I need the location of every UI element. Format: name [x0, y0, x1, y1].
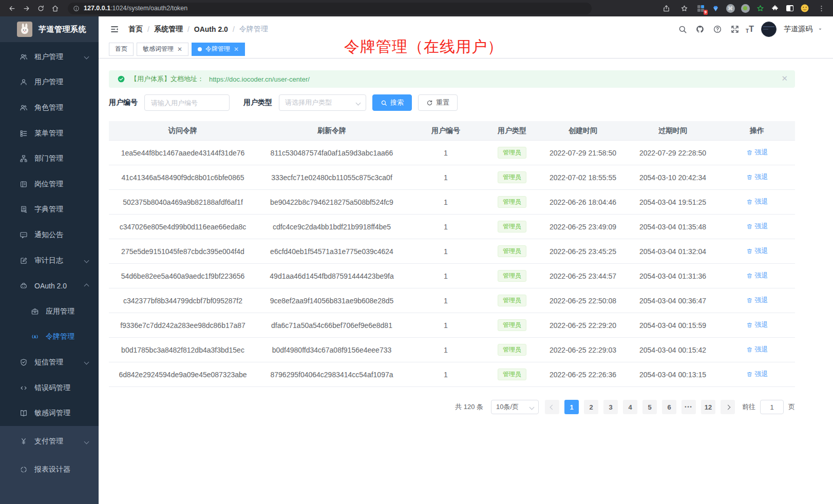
tab-token[interactable]: 令牌管理✕ — [192, 43, 245, 56]
tab-sensitive-word[interactable]: 敏感词管理✕ — [137, 43, 188, 56]
sidebar-item-dict[interactable]: 字典管理 — [0, 197, 99, 223]
action-cell: 强退 — [719, 172, 795, 182]
page-button-1[interactable]: 1 — [564, 400, 579, 414]
page-button-3[interactable]: 3 — [603, 400, 618, 414]
user-type-cell: 管理员 — [485, 369, 539, 380]
breadcrumb-item[interactable]: 首页 — [128, 25, 143, 34]
app-logo[interactable]: 芋道管理系统 — [0, 16, 99, 42]
github-button[interactable] — [693, 23, 707, 36]
sidebar-item-oauth2-token[interactable]: 令牌管理 — [0, 324, 99, 350]
expire-time-cell: 2054-03-04 00:15:59 — [627, 321, 719, 329]
force-logout-button[interactable]: 强退 — [746, 370, 768, 379]
tab-home[interactable]: 首页 — [109, 43, 134, 56]
fullscreen-button[interactable] — [728, 23, 742, 36]
page-button-4[interactable]: 4 — [623, 400, 637, 414]
browser-home-button[interactable] — [48, 2, 62, 14]
force-logout-button[interactable]: 强退 — [746, 271, 768, 280]
user-type-cell: 管理员 — [485, 147, 539, 159]
pagination-total: 共 120 条 — [455, 402, 483, 412]
reset-button[interactable]: 重置 — [418, 94, 458, 111]
extension-green-star-icon[interactable] — [755, 3, 765, 13]
sidebar-item-label: 令牌管理 — [46, 332, 74, 341]
user-id-cell: 1 — [407, 149, 485, 157]
extension-command-icon[interactable]: ⌘ — [725, 3, 735, 13]
next-page-button[interactable] — [721, 400, 735, 414]
column-header: 创建时间 — [539, 126, 627, 135]
table-row: 6d842e2924594de9a09e45e087323abe8796295f… — [109, 362, 795, 387]
force-logout-button[interactable]: 强退 — [746, 222, 768, 231]
url-bar[interactable]: 127.0.0.1:1024/system/oauth2/token — [68, 3, 592, 14]
search-button[interactable] — [676, 23, 689, 36]
user-id-cell: 1 — [407, 272, 485, 280]
breadcrumb-item: 令牌管理 — [239, 25, 268, 34]
breadcrumb-item[interactable]: 系统管理 — [154, 25, 183, 34]
user-id-input[interactable] — [144, 94, 230, 111]
sidebar-item-oauth2[interactable]: OAuth 2.0 — [0, 273, 99, 299]
sidebar-item-sensitive-word[interactable]: 敏感词管理 — [0, 400, 99, 426]
goto-suffix: 页 — [788, 402, 795, 412]
bookmark-star-button[interactable] — [677, 2, 691, 14]
help-button[interactable] — [711, 23, 724, 36]
user-name[interactable]: 芋道源码 — [784, 25, 812, 34]
force-logout-button[interactable]: 强退 — [746, 246, 768, 256]
browser-back-button[interactable] — [5, 2, 18, 14]
force-logout-button[interactable]: 强退 — [746, 197, 768, 206]
page-button-6[interactable]: 6 — [662, 400, 676, 414]
trash-icon — [746, 322, 753, 328]
access-token-cell: c342377bf8b344799dcbf7bf095287f2 — [109, 297, 257, 305]
sidebar-item-tenant[interactable]: 租户管理 — [0, 44, 99, 70]
user-avatar[interactable] — [761, 22, 777, 37]
force-logout-button[interactable]: 强退 — [746, 320, 768, 329]
site-info-icon[interactable] — [73, 5, 80, 12]
sidebar-item-post[interactable]: 岗位管理 — [0, 171, 99, 197]
menu-icon — [20, 129, 28, 138]
sidebar-item-user[interactable]: 用户管理 — [0, 70, 99, 95]
tab-close-icon[interactable]: ✕ — [234, 46, 239, 53]
tab-close-icon[interactable]: ✕ — [177, 46, 182, 53]
user-type-select[interactable]: 请选择用户类型 — [279, 94, 366, 111]
extension-record-icon[interactable] — [740, 3, 750, 13]
search-submit-button[interactable]: 搜索 — [372, 94, 412, 111]
sidebar-item-menu[interactable]: 菜单管理 — [0, 121, 99, 146]
page-button-5[interactable]: 5 — [642, 400, 657, 414]
sidebar-item-dept[interactable]: 部门管理 — [0, 146, 99, 171]
sidebar-item-report-designer[interactable]: 报表设计器 — [0, 456, 99, 484]
sidebar-collapse-button[interactable] — [108, 23, 121, 36]
force-logout-button[interactable]: 强退 — [746, 148, 768, 157]
page-button-more[interactable]: ••• — [681, 400, 696, 414]
user-type-badge: 管理员 — [498, 196, 526, 208]
extension-gem-icon[interactable] — [710, 3, 721, 13]
sidebar-item-audit-log[interactable]: 审计日志 — [0, 248, 99, 274]
share-button[interactable] — [659, 2, 673, 14]
extension-tabs-icon[interactable]: 9 — [695, 3, 706, 13]
sidebar-item-sms[interactable]: 短信管理 — [0, 350, 99, 375]
sidebar-item-label: 支付管理 — [34, 437, 63, 446]
user-menu-caret-icon[interactable] — [818, 25, 823, 34]
sidebar-item-role[interactable]: 角色管理 — [0, 95, 99, 121]
goto-page-input[interactable] — [760, 400, 784, 414]
sidebar-item-notice[interactable]: 通知公告 — [0, 222, 99, 248]
extension-puzzle-icon[interactable] — [770, 3, 780, 13]
browser-reload-button[interactable] — [34, 2, 47, 14]
browser-menu-button[interactable] — [815, 2, 828, 14]
tenant-icon — [20, 53, 28, 61]
page-button-12[interactable]: 12 — [701, 400, 715, 414]
doc-link[interactable]: https://doc.iocoder.cn/user-center/ — [209, 75, 310, 83]
sidebar-item-errcode[interactable]: 错误码管理 — [0, 375, 99, 401]
browser-forward-button[interactable] — [20, 2, 33, 14]
font-size-button[interactable]: TT — [746, 25, 754, 34]
force-logout-button[interactable]: 强退 — [746, 172, 768, 182]
force-logout-button[interactable]: 强退 — [746, 296, 768, 305]
page-size-select[interactable]: 10条/页 — [491, 400, 539, 414]
alert-close-icon[interactable]: ✕ — [781, 74, 788, 82]
sidebar-item-oauth2-app[interactable]: 应用管理 — [0, 299, 99, 324]
sidebar-item-pay[interactable]: 支付管理 — [0, 428, 99, 456]
force-logout-button[interactable]: 强退 — [746, 345, 768, 354]
sidebar-item-label: 字典管理 — [34, 205, 63, 214]
page-button-2[interactable]: 2 — [584, 400, 598, 414]
prev-page-button[interactable] — [545, 400, 559, 414]
profile-avatar-icon[interactable] — [800, 3, 810, 13]
trash-icon — [746, 199, 753, 205]
side-panel-icon[interactable] — [785, 3, 795, 13]
breadcrumb-item[interactable]: OAuth 2.0 — [194, 25, 228, 33]
